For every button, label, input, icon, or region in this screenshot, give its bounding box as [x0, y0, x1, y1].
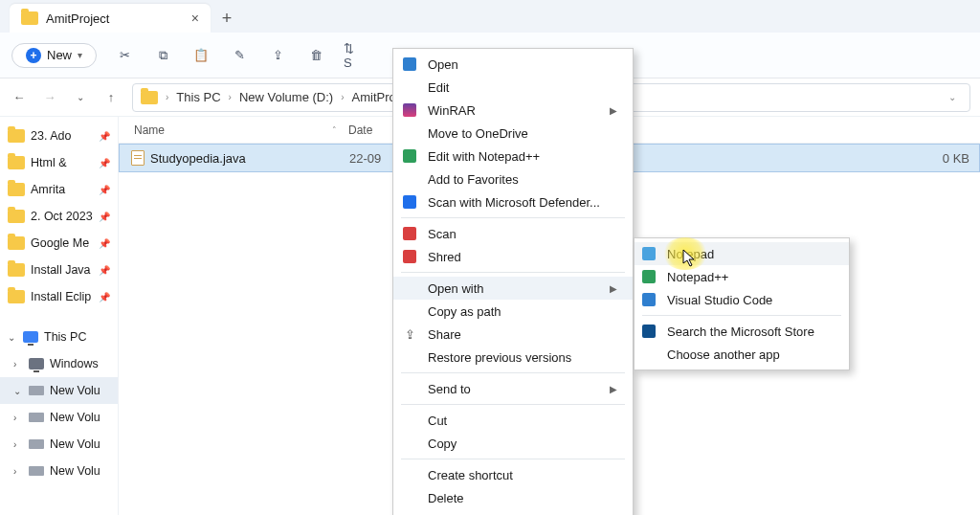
sidebar-item-label: New Volu: [50, 464, 100, 478]
context-menu-item[interactable]: Shred: [393, 245, 633, 268]
pin-icon: 📌: [99, 238, 110, 249]
context-menu-item[interactable]: WinRAR▶: [393, 99, 633, 122]
pin-icon: 📌: [99, 292, 110, 302]
chevron-right-icon: ›: [166, 92, 168, 102]
sidebar-item-quick[interactable]: Install Java📌: [0, 257, 118, 283]
context-menu-item[interactable]: Choose another app: [635, 343, 849, 366]
folder-icon: [8, 263, 25, 277]
pin-icon: 📌: [99, 212, 110, 222]
context-menu-item[interactable]: ⇪Share: [393, 323, 633, 346]
context-menu-item[interactable]: Edit: [393, 76, 633, 99]
col-name[interactable]: Name ˄: [119, 123, 348, 137]
context-menu-item[interactable]: Rename: [393, 509, 633, 515]
context-menu-item[interactable]: Search the Microsoft Store: [635, 320, 849, 343]
mcafee-icon: [403, 227, 416, 240]
sidebar-item-quick[interactable]: Html &📌: [0, 149, 118, 176]
sidebar-item-quick[interactable]: Amrita📌: [0, 176, 118, 203]
chevron-right-icon: ▶: [610, 283, 617, 294]
context-menu-item[interactable]: Open: [393, 53, 633, 76]
context-menu-item[interactable]: Add to Favorites: [393, 168, 633, 190]
folder-icon: [8, 236, 25, 250]
chevron-down-icon: ▾: [78, 50, 82, 60]
context-menu-label: Send to: [428, 382, 471, 396]
context-menu-item[interactable]: Scan with Microsoft Defender...: [393, 190, 633, 213]
sidebar-item-label: Google Me: [31, 236, 89, 250]
rename-icon[interactable]: ✎: [229, 45, 250, 66]
context-menu-item[interactable]: Send to▶: [393, 377, 633, 400]
drive-icon: [29, 466, 44, 476]
sidebar-item-quick[interactable]: 23. Ado📌: [0, 123, 118, 149]
chevron-right-icon[interactable]: ›: [13, 359, 23, 369]
chevron-down-icon[interactable]: ⌄: [948, 92, 962, 102]
context-menu-item[interactable]: Open with▶: [393, 277, 633, 300]
nav-forward[interactable]: →: [40, 88, 59, 107]
breadcrumb-root[interactable]: This PC: [176, 90, 220, 104]
context-menu-label: Create shortcut: [428, 468, 513, 482]
chevron-down-icon[interactable]: ⌄: [8, 332, 17, 343]
context-menu-item[interactable]: Move to OneDrive: [393, 122, 633, 145]
context-menu-item[interactable]: Restore previous versions: [393, 346, 633, 369]
context-menu-item[interactable]: Notepad: [635, 242, 849, 265]
new-button[interactable]: + New ▾: [11, 43, 97, 68]
blank-icon: [401, 412, 418, 429]
nav-up[interactable]: ↑: [101, 88, 121, 107]
notepadpp-icon: [403, 149, 416, 163]
new-label: New: [47, 48, 72, 62]
nav-back[interactable]: ←: [10, 88, 29, 107]
sidebar-item-drive[interactable]: ⌄New Volu: [0, 377, 118, 404]
sort-icon[interactable]: ⇅ S: [344, 45, 365, 66]
drive-icon: [29, 413, 44, 422]
chevron-right-icon[interactable]: ⌄: [13, 386, 23, 396]
notepad-icon: [642, 247, 656, 260]
context-menu-item[interactable]: Scan: [393, 222, 633, 245]
context-menu-label: Restore previous versions: [428, 350, 571, 365]
tab-title: AmitProject: [46, 11, 109, 26]
context-menu-label: Copy as path: [428, 304, 501, 319]
sidebar-item-drive[interactable]: ›New Volu: [0, 458, 118, 484]
sidebar-item-drive[interactable]: ›New Volu: [0, 404, 118, 431]
close-icon[interactable]: ×: [191, 11, 199, 26]
context-menu-label: Scan with Microsoft Defender...: [428, 195, 600, 210]
context-menu-item[interactable]: Notepad++: [635, 265, 849, 288]
new-tab-button[interactable]: +: [211, 4, 243, 33]
paste-icon[interactable]: 📋: [190, 45, 212, 66]
sidebar-item-drive[interactable]: ›Windows: [0, 350, 118, 377]
breadcrumb-volume[interactable]: New Volume (D:): [239, 90, 333, 104]
sidebar-item-thispc[interactable]: ⌄This PC: [0, 324, 118, 350]
sidebar-item-quick[interactable]: 2. Oct 2023📌: [0, 203, 118, 230]
sidebar-item-quick[interactable]: Google Me📌: [0, 230, 118, 257]
context-menu-label: Search the Microsoft Store: [667, 325, 814, 339]
folder-icon: [8, 290, 25, 303]
sidebar-item-label: Amrita: [31, 183, 65, 196]
tab-active[interactable]: AmitProject ×: [10, 4, 211, 33]
context-menu-item[interactable]: Visual Studio Code: [635, 288, 849, 311]
blank-icon: [401, 489, 418, 506]
chevron-right-icon[interactable]: ›: [13, 466, 23, 477]
sidebar-item-label: New Volu: [50, 384, 100, 397]
chevron-down-icon[interactable]: ⌄: [71, 88, 90, 107]
monitor-icon: [29, 358, 44, 369]
blank-icon: [401, 348, 418, 366]
cut-icon[interactable]: ✂: [114, 45, 135, 66]
context-menu-item[interactable]: Edit with Notepad++: [393, 145, 633, 168]
chevron-right-icon[interactable]: ›: [13, 439, 23, 450]
share-icon[interactable]: ⇪: [267, 45, 288, 66]
copy-icon[interactable]: ⧉: [152, 45, 173, 66]
chevron-right-icon[interactable]: ›: [13, 413, 23, 423]
pin-icon: 📌: [99, 158, 110, 168]
folder-icon: [8, 156, 25, 169]
sidebar-item-label: This PC: [44, 330, 86, 344]
folder-icon: [21, 11, 38, 25]
delete-icon[interactable]: 🗑: [305, 45, 326, 66]
context-menu-item[interactable]: Copy: [393, 432, 633, 455]
sidebar-item-quick[interactable]: Install Eclip📌: [0, 283, 118, 310]
context-menu-item[interactable]: Copy as path: [393, 300, 633, 323]
sidebar-item-drive[interactable]: ›New Volu: [0, 431, 118, 458]
shield-icon: [403, 195, 416, 209]
sidebar-item-label: New Volu: [50, 437, 100, 451]
folder-icon: [141, 91, 158, 104]
drive-icon: [29, 386, 44, 395]
context-menu-item[interactable]: Cut: [393, 409, 633, 432]
context-menu-item[interactable]: Create shortcut: [393, 463, 633, 486]
context-menu-item[interactable]: Delete: [393, 486, 633, 509]
